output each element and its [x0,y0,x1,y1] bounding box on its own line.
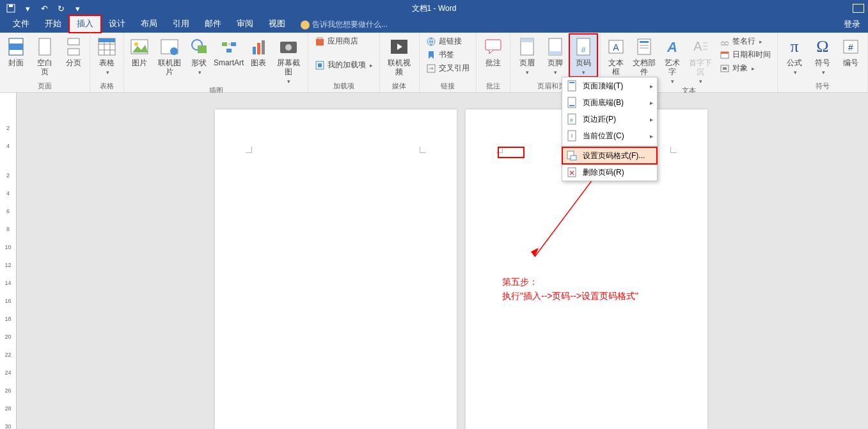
undo-icon[interactable]: ↶ [37,1,51,15]
tab-insert[interactable]: 插入 [69,15,101,33]
menu-current-pos[interactable]: 当前位置(C)▸ [562,127,657,144]
symbol-button[interactable]: Ω符号▾ [809,34,837,77]
svg-point-26 [285,44,292,51]
svg-rect-6 [68,49,79,55]
blank-page-button[interactable]: 空白页 [30,34,60,76]
screenshot-button[interactable]: 屏幕截图▾ [271,34,305,86]
tab-layout[interactable]: 布局 [133,15,165,33]
hyperlink-icon [426,36,436,47]
group-media: 联机视频 媒体 [380,33,419,92]
addin-icon [315,60,325,70]
bookmark-icon [426,50,436,60]
myaddins-button[interactable]: 我的加载项▸ [313,59,374,71]
group-tables-label: 表格 [100,81,114,92]
svg-rect-54 [723,67,727,70]
tab-home[interactable]: 开始 [37,15,69,33]
save-icon[interactable] [4,1,18,15]
tab-references[interactable]: 引用 [165,15,197,33]
ribbon: 封面 空白页 分页 页面 表格▾ 表格 图片 联机图片 形状▾ SmartArt… [0,33,868,93]
page-break-button[interactable]: 分页 [59,34,87,67]
picture-button[interactable]: 图片 [127,34,152,67]
menu-page-bottom[interactable]: 页面底端(B)▸ [562,94,657,111]
number-button[interactable]: #编号 [837,34,865,67]
group-addins-label: 加载项 [333,81,354,92]
annotation-instruction: 执行"插入-->页码-->设置页码格式" [502,289,638,303]
qat-dd-icon[interactable]: ▾ [20,1,35,15]
svg-rect-36 [549,51,562,55]
svg-rect-12 [99,38,115,42]
svg-rect-20 [231,42,236,46]
bookmark-button[interactable]: 书签 [425,49,471,61]
page-1[interactable] [215,109,457,429]
datetime-button[interactable]: 日期和时间 [718,49,772,61]
page-margins-icon: # [566,113,578,125]
svg-text:#: # [848,42,853,53]
document-area[interactable] [17,93,868,429]
tab-mailings[interactable]: 邮件 [197,15,229,33]
group-links: 超链接 书签 交叉引用 链接 [420,33,477,92]
group-symbols-label: 符号 [816,81,830,92]
svg-rect-21 [226,49,232,53]
store-button[interactable]: 应用商店 [313,35,374,47]
menu-page-top[interactable]: 页面顶端(T)▸ [562,77,657,94]
group-pages-label: 页面 [38,81,52,92]
group-addins: 应用商店 我的加载项▸ 加载项 [308,33,380,92]
lightbulb-icon [301,20,310,29]
window-title: 文档1 - Word [412,3,457,14]
margin-corner-tr [670,147,677,153]
svg-rect-52 [721,52,729,54]
menu-page-margins[interactable]: #页边距(P)▸ [562,111,657,127]
title-bar: ▾ ↶ ↻ ▾ 文档1 - Word [0,0,868,17]
group-links-label: 链接 [441,81,455,92]
object-button[interactable]: 对象▸ [718,62,772,74]
sigline-button[interactable]: 签名行▸ [718,35,772,47]
svg-rect-32 [485,40,501,50]
crossref-button[interactable]: 交叉引用 [425,62,471,74]
equation-button[interactable]: π公式▾ [780,34,809,77]
vertical-ruler[interactable]: 24246810121416182022242628303234363840 [0,93,17,429]
qat-more-icon[interactable]: ▾ [70,1,84,15]
online-video-button[interactable]: 联机视频 [383,34,416,76]
shapes-button[interactable]: 形状▾ [186,34,212,77]
login-link[interactable]: 登录 [844,19,868,33]
calendar-icon [720,50,730,60]
header-button[interactable]: 页眉▾ [513,34,541,77]
format-page-icon [566,150,578,161]
hyperlink-button[interactable]: 超链接 [425,35,471,47]
wordart-button[interactable]: A艺术字▾ [659,34,685,86]
smartart-button[interactable]: SmartArt [212,34,246,67]
group-media-label: 媒体 [392,81,406,92]
cover-page-button[interactable]: 封面 [3,34,30,67]
table-button[interactable]: 表格▾ [93,34,121,77]
tab-design[interactable]: 设计 [101,15,133,33]
store-icon [315,36,325,47]
menu-remove-page-number[interactable]: 删除页码(R) [562,164,657,181]
restore-icon[interactable] [853,4,864,13]
margin-corner-tr [420,147,426,153]
tab-file[interactable]: 文件 [5,15,37,33]
group-pages: 封面 空白页 分页 页面 [0,33,90,92]
svg-rect-3 [9,44,23,50]
svg-text:A: A [693,39,702,53]
workspace: 24246810121416182022242628303234363840 [0,93,868,429]
svg-point-14 [134,42,138,46]
tell-me-search[interactable]: 告诉我您想要做什么... [301,19,388,33]
ribbon-tabs: 文件 开始 插入 设计 布局 引用 邮件 审阅 视图 告诉我您想要做什么... … [0,17,868,33]
online-picture-button[interactable]: 联机图片 [152,34,186,76]
comment-button[interactable]: 批注 [479,34,507,67]
tab-review[interactable]: 审阅 [229,15,261,33]
page-bottom-icon [566,97,578,108]
page-number-button[interactable]: #页码▾ [569,34,597,77]
menu-format-page-number[interactable]: 设置页码格式(F)... [562,147,657,164]
chart-button[interactable]: 图表 [246,34,271,67]
tell-me-placeholder: 告诉我您想要做什么... [312,19,388,30]
svg-rect-22 [253,47,256,54]
redo-icon[interactable]: ↻ [54,1,68,15]
svg-rect-58 [569,82,574,83]
footer-button[interactable]: 页脚▾ [541,34,569,77]
dropcap-button[interactable]: A首字下沉▾ [685,34,716,86]
svg-point-16 [170,47,178,55]
svg-rect-66 [571,156,576,160]
tab-view[interactable]: 视图 [261,15,293,33]
svg-rect-42 [640,41,649,43]
